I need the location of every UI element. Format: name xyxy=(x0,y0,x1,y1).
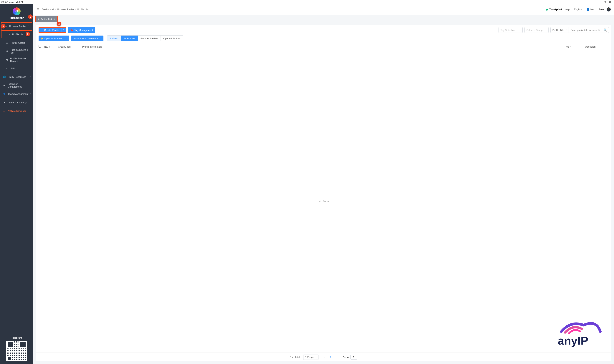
group-selection-dropdown[interactable]: Select a Group ˅ xyxy=(524,27,549,33)
sidebar-item-order-recharge[interactable]: ● Order & Recharge ˅ xyxy=(0,98,33,107)
sidebar-item-label: Extension Management xyxy=(8,83,31,88)
telegram-label: Telegram xyxy=(3,337,31,339)
breadcrumb-dashboard[interactable]: Dashboard xyxy=(42,8,54,11)
content: 4 ＋ Create Profile ˅ 🔖 Tag Management xyxy=(33,22,614,364)
language-label: English xyxy=(574,8,582,11)
chevron-down-icon: ˅ xyxy=(596,9,596,10)
help-label: Help xyxy=(564,8,570,11)
telegram-qr-code xyxy=(6,341,27,361)
sidebar-item-affiliate-rewards[interactable]: ☰ Affiliate Rewards xyxy=(0,107,33,115)
chevron-down-icon: ˅ xyxy=(520,29,521,31)
open-batches-label: Open in Batches xyxy=(44,37,62,40)
search-button[interactable]: 🔍 xyxy=(602,27,609,33)
trash-icon: 🗑 xyxy=(6,50,9,53)
column-time[interactable]: Time ▲▼ xyxy=(546,45,572,48)
column-no[interactable]: No. ▲▼ xyxy=(44,45,58,48)
transfer-icon: ⇆ xyxy=(6,59,8,61)
folder-open-icon: 📂 xyxy=(41,37,43,40)
pager-next-button[interactable]: › xyxy=(335,355,339,360)
help-menu[interactable]: Help ˅ xyxy=(564,8,571,11)
tag-selection-dropdown[interactable]: Tag Selection ˅ xyxy=(499,27,523,33)
window-maximize-button[interactable]: ▢ xyxy=(602,0,607,4)
user-icon: 👤 xyxy=(586,8,589,11)
svg-text:anyIP: anyIP xyxy=(558,334,588,347)
sidebar-item-browser-profile[interactable]: ▭ Browser Profile ˄ xyxy=(1,22,32,30)
column-profile-info: Profile Information xyxy=(82,45,546,48)
puzzle-icon: ✦ xyxy=(3,84,6,87)
sidebar: ixBrowser 3 1 ▭ Browser Profile ˄ 2 ▭ Pr… xyxy=(0,4,33,364)
create-profile-button[interactable]: ＋ Create Profile ˅ xyxy=(39,27,66,33)
profile-filter-tabs: Refresh All Profiles Favorite Profiles O… xyxy=(107,35,183,41)
sidebar-item-extension-management[interactable]: ✦ Extension Management xyxy=(0,81,33,90)
page-size-dropdown[interactable]: 10/page ˅ xyxy=(303,355,319,360)
sidebar-item-api[interactable]: ▭ API xyxy=(0,64,33,73)
trustpilot-link[interactable]: ★ Trustpilot xyxy=(545,7,562,12)
sidebar-item-label: Proxy Resources xyxy=(8,76,26,78)
bookmark-icon: 🔖 xyxy=(70,29,73,31)
theme-toggle-button[interactable]: ☾ xyxy=(607,7,611,12)
sidebar-item-team-management[interactable]: 👤 Team Management ˅ xyxy=(0,90,33,98)
more-batch-operations-button[interactable]: More Batch Operations ˅ xyxy=(71,36,103,41)
circle-icon: ● xyxy=(3,101,6,104)
star-icon: ★ xyxy=(545,7,549,12)
callout-badge-4: 4 xyxy=(57,22,61,26)
sidebar-item-label: Profiles Recycle Bin xyxy=(11,49,31,54)
plan-label: Free xyxy=(599,8,604,11)
column-group-tag: Group / Tag xyxy=(58,45,82,48)
tab-status-dot-icon xyxy=(38,18,39,20)
breadcrumb-profile-list: Profile List xyxy=(77,8,89,11)
search-filter-dropdown[interactable]: Profile Title ˅ xyxy=(550,27,569,33)
tag-management-label: Tag Management xyxy=(74,29,93,31)
chevron-up-icon: ˄ xyxy=(28,25,29,27)
search-filter-label: Profile Title xyxy=(552,29,564,31)
trustpilot-label: Trustpilot xyxy=(549,8,562,11)
sidebar-item-transfer-record[interactable]: ⇆ Profile Transfer Record xyxy=(0,55,33,64)
column-operation: Operation xyxy=(572,45,609,48)
sidebar-item-profile-group[interactable]: ▭ Profile Group xyxy=(0,39,33,47)
window-minimize-button[interactable]: — xyxy=(597,0,602,4)
sort-icon: ▲▼ xyxy=(49,46,50,48)
tabstrip: Profile List ✕ xyxy=(33,15,614,22)
chevron-down-icon: ˅ xyxy=(566,29,567,31)
sidebar-item-label: Profile List xyxy=(12,33,24,36)
pager-current-page[interactable]: 1 xyxy=(330,356,331,358)
all-profiles-label: All Profiles xyxy=(124,37,135,40)
pager-prev-button[interactable]: ‹ xyxy=(322,355,327,360)
tab-close-button[interactable]: ✕ xyxy=(53,18,55,20)
tab-all-profiles[interactable]: All Profiles xyxy=(121,36,138,41)
user-menu[interactable]: 👤 ben ˅ xyxy=(586,8,596,11)
language-menu[interactable]: English ˅ xyxy=(574,8,584,11)
sidebar-item-proxy-resources[interactable]: 🌐 Proxy Resources ˅ xyxy=(0,73,33,81)
chevron-down-icon: ˅ xyxy=(571,9,571,10)
window-titlebar: ixBrowser | V2.1.24 — ▢ ✕ xyxy=(0,0,614,4)
tag-management-button[interactable]: 🔖 Tag Management xyxy=(68,27,95,33)
breadcrumb-browser-profile[interactable]: Browser Profile xyxy=(57,8,74,11)
tab-profile-list[interactable]: Profile List ✕ xyxy=(35,16,58,22)
search-icon: 🔍 xyxy=(604,28,607,32)
brand-name: ixBrowser xyxy=(9,16,24,20)
more-batch-label: More Batch Operations xyxy=(74,37,98,40)
main: ☰ Dashboard / Browser Profile / Profile … xyxy=(33,4,614,364)
search-input[interactable] xyxy=(569,27,602,33)
brand-logo-icon xyxy=(13,7,21,15)
open-batches-dropdown[interactable]: ˅ xyxy=(65,36,69,41)
window-close-button[interactable]: ✕ xyxy=(607,0,613,4)
topbar: ☰ Dashboard / Browser Profile / Profile … xyxy=(33,4,614,15)
tab-opened-profiles[interactable]: Opened Profiles xyxy=(161,36,183,41)
open-in-batches-button[interactable]: 📂 Open in Batches ˅ xyxy=(39,36,69,41)
refresh-button[interactable]: Refresh xyxy=(107,36,121,41)
chevron-down-icon: ˅ xyxy=(545,29,546,31)
refresh-label: Refresh xyxy=(110,37,118,40)
anyip-watermark: anyIP xyxy=(556,319,604,349)
favorite-label: Favorite Profiles xyxy=(140,37,158,40)
sidebar-item-recycle-bin[interactable]: 🗑 Profiles Recycle Bin xyxy=(0,47,33,55)
tab-favorite-profiles[interactable]: Favorite Profiles xyxy=(138,36,161,41)
sidebar-item-label: API xyxy=(11,67,15,70)
create-profile-dropdown[interactable]: ˅ xyxy=(62,27,66,32)
pager-goto-input[interactable] xyxy=(350,355,357,360)
select-all-checkbox[interactable] xyxy=(39,45,44,48)
callout-badge-2: 2 xyxy=(26,32,30,36)
panel: 4 ＋ Create Profile ˅ 🔖 Tag Management xyxy=(36,25,611,361)
toggle-sidebar-button[interactable]: ☰ xyxy=(37,8,39,11)
sidebar-item-label: Browser Profile xyxy=(9,25,26,27)
